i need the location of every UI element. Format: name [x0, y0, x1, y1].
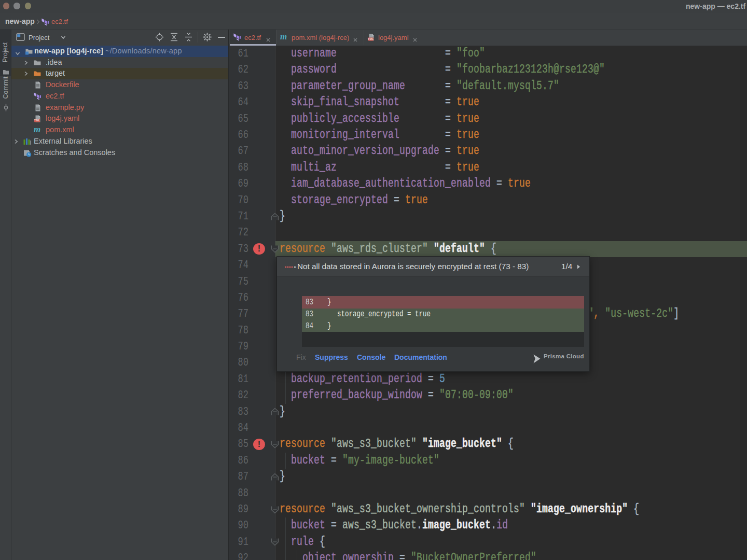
- svg-text:YML: YML: [34, 119, 40, 122]
- svg-text:YML: YML: [368, 37, 374, 40]
